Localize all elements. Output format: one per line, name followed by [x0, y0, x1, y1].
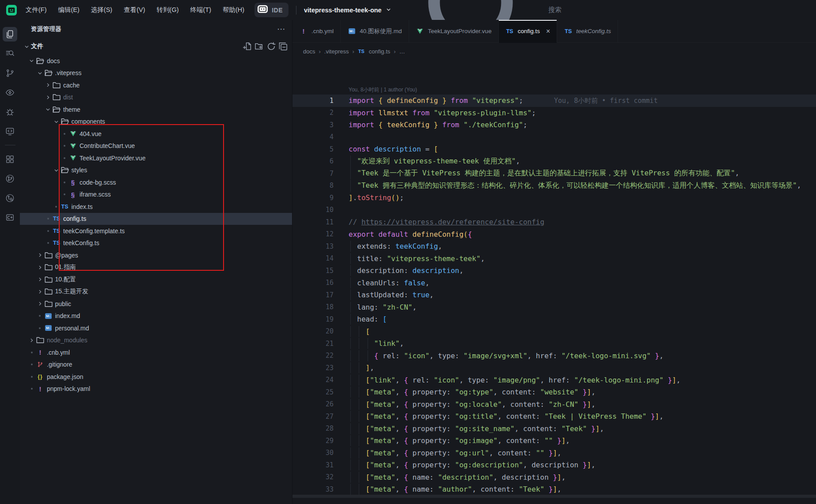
tree-item[interactable]: dist: [20, 91, 292, 104]
tree-item[interactable]: !.cnb.yml: [20, 346, 292, 359]
tree-item[interactable]: TSconfig.ts: [20, 213, 292, 225]
tree-item[interactable]: @pages: [20, 249, 292, 261]
code-line[interactable]: 19 head: [: [292, 313, 816, 326]
source-control-icon[interactable]: [0, 63, 20, 83]
code-line[interactable]: 25 ["meta", { property: "og:type", conte…: [292, 386, 816, 398]
tab-config.ts[interactable]: TSconfig.ts×: [499, 20, 558, 43]
code-line[interactable]: 13 extends: teekConfig,: [292, 240, 816, 253]
tab-.cnb.yml[interactable]: !.cnb.yml: [292, 20, 341, 43]
menu-item[interactable]: 终端(T): [184, 0, 217, 20]
menu-item[interactable]: 转到(G): [151, 0, 185, 20]
collapse-all-icon[interactable]: [278, 42, 288, 51]
close-icon[interactable]: ×: [546, 28, 550, 34]
code-line[interactable]: 12export default defineConfig({: [292, 228, 816, 241]
files-icon[interactable]: [0, 24, 20, 44]
menu-item[interactable]: 选择(S): [85, 0, 118, 20]
code-line[interactable]: 17 lastUpdated: true,: [292, 289, 816, 301]
tree-item[interactable]: 01.指南: [20, 261, 292, 274]
breadcrumb-segment[interactable]: …: [399, 48, 405, 55]
code-line[interactable]: 6 "欢迎来到 vitepress-theme-teek 使用文档",: [292, 155, 816, 168]
tree-item[interactable]: .vitepress: [20, 67, 292, 80]
code-line[interactable]: 21 "link",: [292, 337, 816, 350]
code-line[interactable]: 28 ["meta", { property: "og:site_name", …: [292, 423, 816, 435]
tab-40.-.md[interactable]: M↓40.图标使用.md: [341, 20, 409, 43]
debug-icon[interactable]: [0, 102, 20, 121]
pipeline-icon[interactable]: [0, 169, 20, 188]
files-section-header[interactable]: 文件: [20, 38, 292, 55]
tree-item[interactable]: {}package.json: [20, 371, 292, 383]
menu-item[interactable]: 文件(F): [20, 0, 53, 20]
plugin-box-icon[interactable]: [0, 208, 20, 227]
tree-item[interactable]: M↓index.md: [20, 310, 292, 322]
breadcrumb[interactable]: docs›.vitepress›TSconfig.ts›…: [292, 43, 816, 60]
code-line[interactable]: 23 ],: [292, 362, 816, 374]
tree-item[interactable]: 15.主题开发: [20, 286, 292, 298]
code-line[interactable]: 27 ["meta", { property: "og:title", cont…: [292, 410, 816, 423]
code-line[interactable]: 18 lang: "zh-CN",: [292, 301, 816, 314]
code-line[interactable]: 16 cleanUrls: false,: [292, 277, 816, 289]
code-line[interactable]: 10: [292, 204, 816, 216]
project-switcher[interactable]: vitepress-theme-teek-one: [304, 7, 391, 14]
tree-item[interactable]: TSindex.ts: [20, 201, 292, 213]
menu-item[interactable]: 查看(V): [118, 0, 151, 20]
tree-item[interactable]: node_modules: [20, 334, 292, 347]
code-line[interactable]: 8 "Teek 拥有三种典型的知识管理形态：结构化、碎片化、体系化，可以轻松构建…: [292, 180, 816, 192]
code-line[interactable]: 1import { defineConfig } from "vitepress…: [292, 95, 816, 107]
tree-item[interactable]: TSteekConfig.template.ts: [20, 225, 292, 237]
new-file-icon[interactable]: [243, 42, 252, 51]
code-line[interactable]: 11// https://vitepress.dev/reference/sit…: [292, 216, 816, 228]
search-panel-icon[interactable]: [0, 44, 20, 63]
refresh-icon[interactable]: [266, 42, 276, 51]
code-line[interactable]: 30 ["meta", { property: "og:url", conten…: [292, 447, 816, 459]
code-review-icon[interactable]: [0, 188, 20, 208]
tab-TeekLayoutProvider.vue[interactable]: TeekLayoutProvider.vue: [409, 20, 499, 43]
code-line[interactable]: 14 title: "vitepress-theme-teek",: [292, 253, 816, 265]
apps-grid-icon[interactable]: [0, 149, 20, 169]
code-line[interactable]: 20 [: [292, 326, 816, 338]
tree-item[interactable]: !pnpm-lock.yaml: [20, 383, 292, 395]
tree-item[interactable]: TeekLayoutProvider.vue: [20, 152, 292, 164]
code-line[interactable]: 32 ["meta", { name: "description", descr…: [292, 471, 816, 484]
code-line[interactable]: 26 ["meta", { property: "og:locale", con…: [292, 398, 816, 411]
code-line[interactable]: 9].toString();: [292, 192, 816, 204]
tree-item[interactable]: .gitignore: [20, 359, 292, 371]
code-line[interactable]: 15 description: description,: [292, 265, 816, 277]
menu-item[interactable]: 编辑(E): [53, 0, 85, 20]
code-line[interactable]: 31 ["meta", { property: "og:description"…: [292, 459, 816, 471]
tree-item[interactable]: TSteekConfig.ts: [20, 237, 292, 250]
tree-item[interactable]: components: [20, 116, 292, 128]
tree-item[interactable]: 404.vue: [20, 128, 292, 140]
tree-item[interactable]: theme: [20, 103, 292, 116]
more-actions-button[interactable]: ⋯: [277, 27, 285, 31]
code-line[interactable]: 2import llmstxt from "vitepress-plugin-l…: [292, 107, 816, 119]
tree-item[interactable]: M↓personal.md: [20, 322, 292, 334]
ai-eye-icon[interactable]: [0, 83, 20, 102]
menu-item[interactable]: 帮助(H): [217, 0, 250, 20]
tree-item[interactable]: §iframe.scss: [20, 189, 292, 201]
code-line[interactable]: 24 ["link", { rel: "icon", type: "image/…: [292, 374, 816, 387]
tree-item[interactable]: styles: [20, 164, 292, 177]
tree-item[interactable]: public: [20, 298, 292, 310]
breadcrumb-segment[interactable]: TSconfig.ts: [358, 48, 390, 55]
code-line[interactable]: 5const description = [: [292, 143, 816, 155]
code-line[interactable]: 33 ["meta", { name: "author", content: "…: [292, 483, 816, 496]
breadcrumb-segment[interactable]: .vitepress: [324, 48, 349, 55]
remote-preview-icon[interactable]: [0, 121, 20, 141]
tree-item[interactable]: 10.配置: [20, 273, 292, 286]
code-line[interactable]: 3import { teekConfig } from "./teekConfi…: [292, 119, 816, 131]
horizontal-scrollbar[interactable]: [292, 495, 816, 498]
new-folder-icon[interactable]: [254, 42, 264, 51]
ide-button[interactable]: IDE: [254, 3, 288, 17]
global-search[interactable]: 搜索: [411, 0, 562, 20]
breadcrumb-segment[interactable]: docs: [303, 48, 315, 55]
tree-item[interactable]: cache: [20, 79, 292, 91]
tree-item[interactable]: docs: [20, 55, 292, 67]
code-view[interactable]: You, 8小时前 | 1 author (You) 1import { def…: [292, 86, 816, 496]
tree-item[interactable]: §code-bg.scss: [20, 176, 292, 189]
code-line[interactable]: 29 ["meta", { property: "og:image", cont…: [292, 435, 816, 447]
code-line[interactable]: 22 { rel: "icon", type: "image/svg+xml",…: [292, 350, 816, 362]
tree-item[interactable]: ContributeChart.vue: [20, 140, 292, 152]
tab-teekConfig.ts[interactable]: TSteekConfig.ts: [557, 20, 618, 43]
code-line[interactable]: 7 "Teek 是一个基于 VitePress 构建的主题，是在默认主题的基础上…: [292, 167, 816, 180]
code-line[interactable]: 4: [292, 131, 816, 144]
